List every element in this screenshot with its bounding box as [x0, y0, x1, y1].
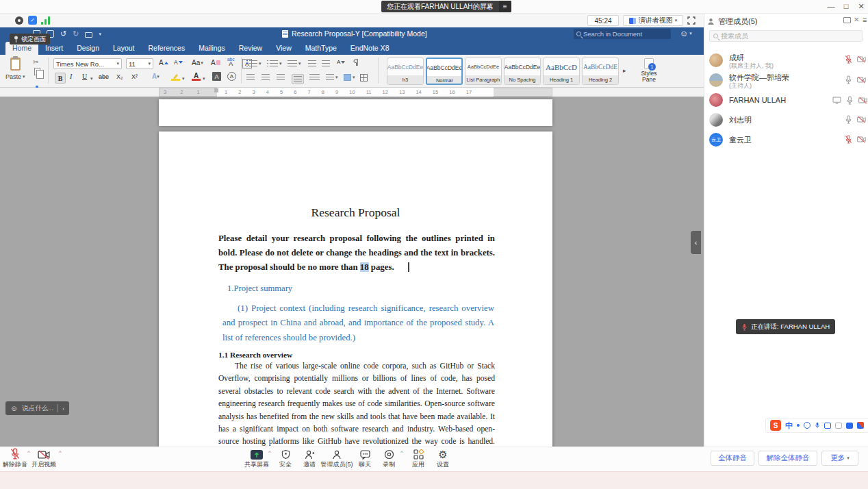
grow-font-button[interactable]: A [159, 59, 168, 66]
bullets-button[interactable]: ▾ [246, 60, 261, 66]
mic-options-caret[interactable]: ^ [27, 449, 30, 455]
more-button[interactable]: 更多▾ [821, 451, 858, 466]
character-shading-button[interactable]: A [212, 72, 221, 81]
shading-button[interactable]: ▾ [344, 74, 355, 81]
subscript-button[interactable]: X₂ [116, 73, 123, 80]
collapse-chat-icon[interactable]: ‹ [62, 405, 64, 412]
style-h3[interactable]: AaBbCcDdEe h3 [387, 58, 424, 85]
style-normal[interactable]: AaBbCcDdEe Normal [426, 58, 463, 85]
feedback-smiley-button[interactable]: ☺ ▾ [680, 29, 692, 38]
style-no-spacing[interactable]: AaBbCcDdEe No Spacing [504, 58, 541, 85]
strikethrough-button[interactable]: abe [99, 73, 109, 80]
shrink-font-button[interactable]: A [174, 59, 183, 66]
tab-view[interactable]: View [269, 42, 298, 55]
camera-off-icon[interactable] [857, 55, 866, 63]
phonetic-guide-button[interactable]: abcA [227, 58, 234, 66]
increase-indent-button[interactable] [322, 60, 330, 66]
bold-button[interactable]: B [55, 73, 66, 84]
maximize-button[interactable]: □ [841, 1, 852, 11]
meeting-info-icon[interactable] [15, 16, 23, 25]
participant-name[interactable]: 刘志明 [729, 115, 752, 125]
panel-collapse-handle[interactable]: ‹ [691, 231, 701, 254]
cut-button[interactable]: ✂ [33, 58, 38, 66]
tab-mailings[interactable]: Mailings [192, 42, 232, 55]
paragraph-marks-button[interactable] [353, 59, 359, 66]
mic-on-icon[interactable] [845, 115, 852, 124]
tab-review[interactable]: Review [232, 42, 269, 55]
change-case-button[interactable]: Aa▾ [192, 59, 203, 66]
highlight-dropdown[interactable]: ▾ [182, 76, 185, 82]
print-icon[interactable] [85, 32, 92, 38]
style-list-paragraph[interactable]: AaBbCcDdEe List Paragraph [465, 58, 502, 85]
emoji-icon[interactable] [804, 422, 810, 429]
close-button[interactable]: ✕ [856, 1, 867, 11]
tab-layout[interactable]: Layout [106, 42, 142, 55]
protection-shield-icon[interactable]: ✓ [28, 16, 37, 25]
participant-name[interactable]: FARHAN ULLAH [729, 96, 786, 104]
punctuation-icon[interactable] [797, 424, 800, 427]
undo-button[interactable]: ↺ [60, 29, 66, 38]
tab-mathtype[interactable]: MathType [298, 42, 344, 55]
unmute-all-button[interactable]: 解除全体静音 [758, 451, 817, 466]
voice-input-icon[interactable] [815, 422, 820, 429]
justify-button[interactable] [292, 74, 304, 84]
styles-pane-button[interactable]: 1 Styles Pane [634, 58, 664, 83]
word-search-input[interactable] [583, 30, 674, 38]
distribute-button[interactable] [309, 74, 320, 80]
line-spacing-button[interactable]: ▾ [326, 74, 338, 80]
mic-on-icon[interactable] [846, 96, 854, 105]
sort-button[interactable]: A [337, 59, 345, 65]
paste-button[interactable]: Paste▾ [5, 58, 25, 80]
toolbox-grid-icon[interactable] [857, 422, 864, 429]
ime-mode-indicator[interactable]: 中 [785, 421, 793, 431]
panel-close-button[interactable]: ✕ [854, 16, 859, 23]
tab-references[interactable]: References [142, 42, 192, 55]
camera-off-icon[interactable] [858, 97, 867, 104]
multilevel-list-button[interactable]: ▾ [288, 60, 301, 66]
share-options-caret[interactable]: ^ [268, 449, 271, 455]
member-search-box[interactable] [709, 30, 863, 42]
borders-button[interactable] [360, 74, 368, 82]
copy-button[interactable] [34, 68, 40, 75]
sogou-logo-icon[interactable]: S [770, 420, 781, 431]
panel-popout-button[interactable] [843, 17, 851, 23]
mic-muted-icon[interactable] [845, 55, 852, 64]
text-effects-button[interactable]: A▾ [152, 73, 159, 80]
skin-icon[interactable] [846, 423, 853, 429]
style-heading2[interactable]: AaBbCcDdE Heading 2 [582, 58, 619, 85]
qat-more-icon[interactable]: ▾ [99, 32, 101, 37]
style-heading1[interactable]: AaBbCcD Heading 1 [543, 58, 580, 85]
tab-endnote[interactable]: EndNote X8 [344, 42, 396, 55]
camera-off-icon[interactable] [857, 136, 866, 143]
enclose-characters-button[interactable]: A [227, 72, 236, 81]
smiley-icon[interactable]: ☺ [10, 404, 18, 412]
record-options-caret[interactable]: ^ [400, 449, 403, 455]
font-color-button[interactable]: A [192, 72, 201, 81]
camera-off-icon[interactable] [857, 116, 866, 123]
font-color-dropdown[interactable]: ▾ [203, 76, 205, 82]
redo-button[interactable]: ↻ [73, 29, 79, 38]
underline-button[interactable]: U [82, 73, 87, 80]
font-name-select[interactable]: Times New Ro... ▾ [53, 58, 122, 69]
align-left-button[interactable] [246, 74, 255, 80]
participant-name[interactable]: 童云卫 [729, 135, 752, 145]
banner-menu-button[interactable]: ≡ [499, 1, 511, 12]
account-icon[interactable] [835, 423, 842, 429]
mute-all-button[interactable]: 全体静音 [711, 451, 754, 466]
member-search-input[interactable] [721, 32, 858, 40]
italic-button[interactable]: I [70, 73, 72, 80]
panel-menu-button[interactable]: ≡ [863, 16, 867, 24]
styles-gallery-more[interactable]: ▸ [623, 67, 626, 74]
mic-muted-icon[interactable] [845, 135, 852, 144]
superscript-button[interactable]: X² [131, 73, 138, 80]
soft-keyboard-icon[interactable] [824, 423, 831, 429]
view-mode-button[interactable]: 演讲者视图 ▾ [623, 15, 683, 26]
minimize-button[interactable]: — [826, 1, 837, 11]
fullscreen-button[interactable] [687, 16, 695, 25]
document-area[interactable]: Research Proposal Please detail your res… [0, 97, 704, 447]
ime-toolbar[interactable]: S 中 [765, 418, 868, 433]
underline-dropdown[interactable]: ▾ [90, 76, 93, 82]
highlight-button[interactable] [171, 72, 180, 81]
align-center-button[interactable] [261, 74, 270, 80]
font-size-select[interactable]: 11 ▾ [126, 58, 153, 69]
